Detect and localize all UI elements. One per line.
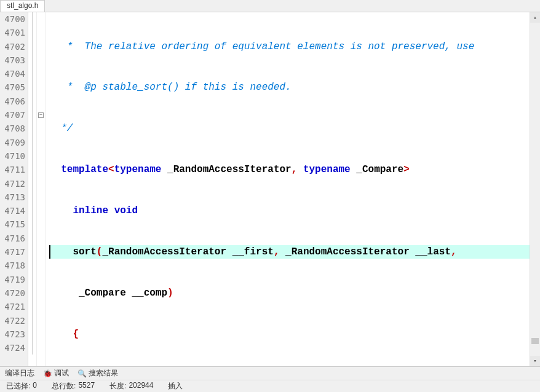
line-number[interactable]: 4721 [0, 300, 25, 313]
line-number[interactable]: 4714 [0, 204, 25, 218]
editor: 4700 4701 4702 4703 4704 4705 4706 4707 … [0, 12, 540, 366]
line-number-gutter: 4700 4701 4702 4703 4704 4705 4706 4707 … [0, 12, 28, 366]
line-number[interactable]: 4719 [0, 273, 25, 286]
fold-toggle-icon[interactable]: − [37, 108, 45, 122]
status-total-lines: 总行数: 5527 [52, 381, 95, 391]
line-number[interactable]: 4702 [0, 40, 25, 53]
comment: * The relative ordering of equivalent el… [49, 41, 474, 52]
tab-compile-log[interactable]: 编译日志 [2, 367, 37, 379]
line-number[interactable]: 4704 [0, 67, 25, 80]
vertical-scrollbar[interactable]: ▴ ▾ [530, 12, 540, 366]
line-number[interactable]: 4718 [0, 259, 25, 272]
file-tab[interactable]: stl_algo.h [0, 0, 45, 12]
tab-debug[interactable]: 🐞 调试 [41, 367, 71, 379]
line-number[interactable]: 4706 [0, 95, 25, 108]
line-number[interactable]: 4722 [0, 314, 25, 327]
compile-log-label: 编译日志 [5, 368, 34, 378]
line-number[interactable]: 4716 [0, 232, 25, 245]
status-selection: 已选择: 0 [6, 381, 37, 391]
line-number[interactable]: 4724 [0, 341, 25, 355]
line-number[interactable]: 4715 [0, 218, 25, 231]
line-number[interactable]: 4707 [0, 108, 25, 122]
line-number[interactable]: 4700 [0, 12, 25, 26]
comment: * @p stable_sort() if this is needed. [49, 82, 292, 93]
search-results-label: 搜索结果 [89, 368, 118, 378]
line-number[interactable]: 4711 [0, 163, 25, 176]
line-number[interactable]: 4705 [0, 80, 25, 94]
fold-column: − [37, 12, 46, 366]
text-cursor [49, 245, 50, 259]
scroll-down-icon[interactable]: ▾ [530, 356, 540, 366]
line-number[interactable]: 4708 [0, 122, 25, 135]
search-icon: 🔍 [77, 369, 87, 378]
line-number[interactable]: 4713 [0, 190, 25, 204]
line-number[interactable]: 4709 [0, 136, 25, 149]
scroll-thumb[interactable] [531, 338, 539, 344]
line-number[interactable]: 4710 [0, 149, 25, 163]
change-marker-column [28, 12, 37, 366]
status-bar: 已选择: 0 总行数: 5527 长度:202944 插入 [0, 380, 540, 392]
line-number[interactable]: 4717 [0, 245, 25, 259]
code-area[interactable]: * The relative ordering of equivalent el… [46, 12, 530, 366]
line-number[interactable]: 4701 [0, 26, 25, 39]
scroll-up-icon[interactable]: ▴ [530, 12, 540, 23]
status-length: 长度:202944 [109, 381, 153, 391]
tab-bar: stl_algo.h [0, 0, 540, 12]
debug-label: 调试 [54, 368, 69, 378]
comment: */ [49, 123, 73, 134]
line-number[interactable]: 4720 [0, 286, 25, 300]
tab-search-results[interactable]: 🔍 搜索结果 [75, 367, 121, 379]
line-number[interactable]: 4723 [0, 327, 25, 341]
highlighted-line[interactable]: sort(_RandomAccessIterator __first, _Ran… [49, 245, 530, 259]
line-number[interactable]: 4703 [0, 53, 25, 67]
status-insert-mode: 插入 [168, 381, 183, 391]
bottom-panel-tabs: 编译日志 🐞 调试 🔍 搜索结果 [0, 366, 540, 380]
line-number[interactable]: 4712 [0, 177, 25, 190]
bug-icon: 🐞 [43, 369, 52, 378]
